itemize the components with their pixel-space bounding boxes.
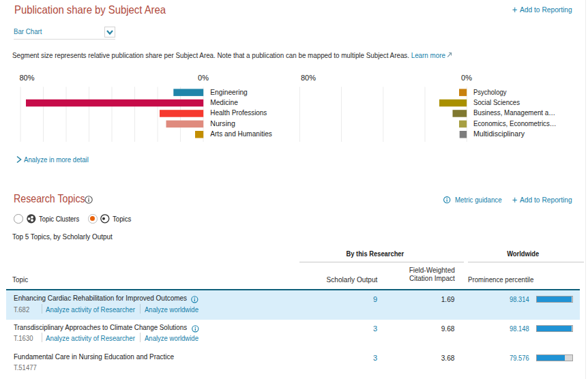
svg-text:0%: 0% bbox=[461, 74, 472, 82]
svg-text:Health Professions: Health Professions bbox=[210, 108, 267, 117]
svg-text:80%: 80% bbox=[20, 74, 35, 82]
svg-text:Nursing: Nursing bbox=[210, 119, 235, 127]
svg-text:Economics, Econometrics…: Economics, Econometrics… bbox=[473, 119, 557, 127]
svg-text:Business, Management a…: Business, Management a… bbox=[473, 108, 555, 117]
svg-text:80%: 80% bbox=[301, 74, 316, 82]
svg-text:Social Sciences: Social Sciences bbox=[473, 98, 520, 106]
svg-text:Psychology: Psychology bbox=[473, 88, 507, 96]
svg-text:Engineering: Engineering bbox=[210, 88, 248, 96]
svg-text:Medicine: Medicine bbox=[210, 98, 238, 106]
svg-text:Multidisciplinary: Multidisciplinary bbox=[473, 130, 525, 138]
svg-text:0%: 0% bbox=[198, 74, 209, 82]
svg-text:Arts and Humanities: Arts and Humanities bbox=[210, 130, 272, 138]
